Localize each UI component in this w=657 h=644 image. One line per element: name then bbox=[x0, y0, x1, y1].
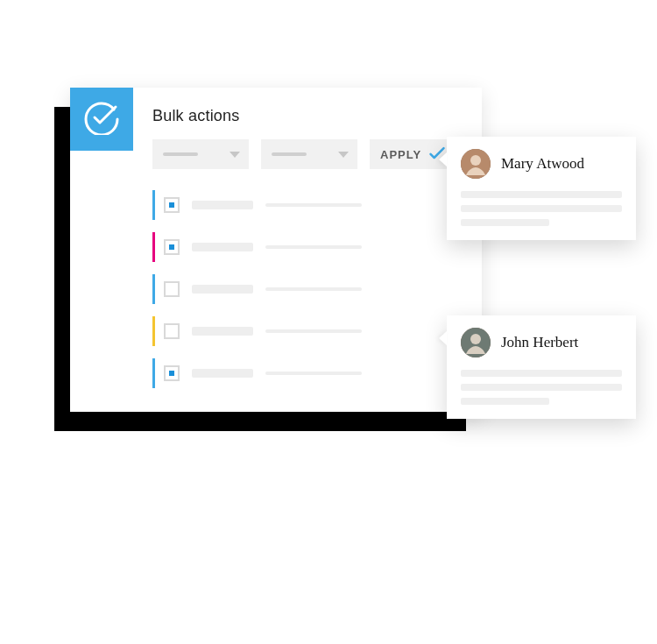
contact-card: Mary Atwood bbox=[447, 137, 636, 240]
panel-content: Bulk actions APPLY bbox=[133, 88, 482, 412]
brand-logo bbox=[70, 88, 133, 151]
contact-card: John Herbert bbox=[447, 315, 636, 419]
row-title-placeholder bbox=[192, 243, 253, 251]
row-title-placeholder bbox=[192, 285, 253, 294]
apply-label: APPLY bbox=[380, 148, 421, 161]
avatar bbox=[461, 328, 491, 357]
chevron-down-icon bbox=[338, 152, 349, 158]
row-checkbox[interactable] bbox=[164, 365, 180, 381]
row-checkbox[interactable] bbox=[164, 281, 180, 297]
controls-row: APPLY bbox=[152, 139, 466, 169]
row-title-placeholder bbox=[192, 201, 253, 209]
list-item[interactable] bbox=[152, 274, 466, 304]
checkbox-selected-icon bbox=[169, 371, 174, 376]
row-title-placeholder bbox=[192, 369, 253, 378]
row-checkbox[interactable] bbox=[164, 239, 180, 255]
avatar bbox=[461, 149, 491, 179]
row-subtitle-placeholder bbox=[265, 329, 362, 333]
checkmark-logo-icon bbox=[84, 100, 119, 138]
bulk-actions-panel: Bulk actions APPLY bbox=[70, 88, 482, 412]
dropdown-placeholder bbox=[272, 152, 307, 156]
list-item[interactable] bbox=[152, 358, 466, 388]
row-subtitle-placeholder bbox=[265, 372, 362, 375]
filter-dropdown-2[interactable] bbox=[261, 139, 357, 169]
contact-body bbox=[461, 191, 622, 226]
row-checkbox[interactable] bbox=[164, 197, 180, 213]
item-list bbox=[152, 190, 466, 388]
list-item[interactable] bbox=[152, 232, 466, 262]
checkbox-selected-icon bbox=[169, 244, 174, 250]
checkbox-selected-icon bbox=[169, 202, 174, 208]
list-item[interactable] bbox=[152, 316, 466, 346]
list-item[interactable] bbox=[152, 190, 466, 220]
filter-dropdown-1[interactable] bbox=[152, 139, 249, 169]
row-subtitle-placeholder bbox=[265, 287, 362, 291]
row-checkbox[interactable] bbox=[164, 323, 180, 339]
svg-point-3 bbox=[470, 334, 481, 344]
contact-body bbox=[461, 370, 622, 405]
svg-point-1 bbox=[470, 155, 481, 166]
contact-name: John Herbert bbox=[501, 334, 578, 351]
dropdown-placeholder bbox=[163, 152, 198, 156]
chevron-down-icon bbox=[230, 152, 240, 158]
row-subtitle-placeholder bbox=[265, 203, 362, 207]
page-title: Bulk actions bbox=[152, 107, 466, 125]
row-subtitle-placeholder bbox=[265, 245, 362, 249]
contact-name: Mary Atwood bbox=[501, 155, 584, 173]
row-title-placeholder bbox=[192, 327, 253, 336]
